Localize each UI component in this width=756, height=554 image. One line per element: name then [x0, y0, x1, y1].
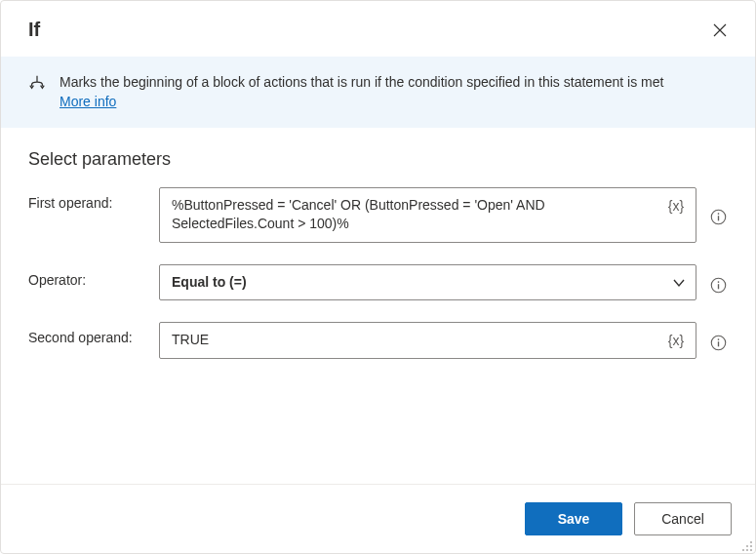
banner-text: Marks the beginning of a block of action…	[60, 72, 663, 112]
dialog-header: If	[1, 1, 755, 57]
svg-point-14	[742, 549, 744, 551]
second-operand-row: Second operand: TRUE {x}	[28, 322, 728, 359]
cancel-button[interactable]: Cancel	[634, 502, 732, 535]
parameters-section: Select parameters First operand: %Button…	[1, 128, 755, 380]
svg-point-12	[750, 549, 752, 551]
dialog-footer: Save Cancel	[1, 484, 755, 553]
second-operand-info-button[interactable]	[708, 330, 728, 359]
banner-description: Marks the beginning of a block of action…	[60, 74, 663, 90]
close-button[interactable]	[708, 19, 732, 45]
first-operand-label: First operand:	[28, 187, 143, 211]
info-icon	[710, 277, 727, 297]
condition-icon	[28, 74, 46, 92]
variable-picker-icon[interactable]: {x}	[666, 331, 686, 350]
info-icon	[710, 209, 727, 228]
chevron-down-icon	[672, 276, 686, 290]
operator-info-button[interactable]	[708, 272, 728, 301]
info-icon	[710, 335, 727, 354]
svg-point-10	[750, 545, 752, 547]
second-operand-label: Second operand:	[28, 322, 143, 345]
first-operand-input[interactable]: %ButtonPressed = 'Cancel' OR (ButtonPres…	[159, 187, 696, 243]
dialog-title: If	[28, 19, 40, 41]
resize-grip[interactable]	[741, 539, 753, 551]
second-operand-value: TRUE	[160, 323, 696, 358]
info-banner: Marks the beginning of a block of action…	[1, 57, 755, 128]
svg-point-13	[746, 549, 748, 551]
parameters-heading: Select parameters	[28, 149, 728, 170]
variable-picker-icon[interactable]: {x}	[666, 196, 686, 216]
spacer	[1, 380, 755, 484]
save-button[interactable]: Save	[525, 502, 622, 535]
svg-rect-8	[717, 341, 718, 346]
svg-rect-5	[717, 284, 718, 289]
operator-select[interactable]: Equal to (=)	[159, 264, 696, 301]
close-icon	[712, 22, 728, 41]
svg-point-1	[717, 213, 719, 215]
operator-label: Operator:	[28, 264, 143, 288]
first-operand-value: %ButtonPressed = 'Cancel' OR (ButtonPres…	[160, 188, 696, 242]
svg-rect-2	[717, 216, 718, 220]
svg-point-11	[746, 545, 748, 547]
operator-value: Equal to (=)	[160, 265, 696, 300]
svg-point-4	[717, 281, 719, 283]
if-dialog: If Marks the beginning of a block of act…	[0, 0, 756, 554]
operator-row: Operator: Equal to (=)	[28, 264, 728, 301]
second-operand-input[interactable]: TRUE {x}	[159, 322, 696, 359]
svg-point-7	[717, 338, 719, 340]
first-operand-row: First operand: %ButtonPressed = 'Cancel'…	[28, 187, 728, 243]
svg-point-9	[750, 541, 752, 543]
first-operand-info-button[interactable]	[708, 195, 728, 243]
more-info-link[interactable]: More info	[60, 94, 116, 109]
